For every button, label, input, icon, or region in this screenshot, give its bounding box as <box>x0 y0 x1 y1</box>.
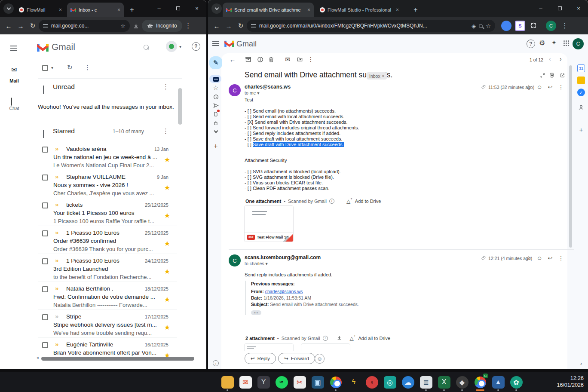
main-menu-icon[interactable] <box>211 39 220 48</box>
scroll-left-arrow-icon[interactable]: ◂ <box>37 355 39 360</box>
taskbar-item-stylus-app[interactable]: ϟ <box>345 374 363 391</box>
row-checkbox[interactable] <box>42 230 48 236</box>
recipient-row[interactable]: to me ▾ <box>245 90 259 95</box>
help-icon[interactable]: ? <box>527 40 535 48</box>
refresh-icon[interactable]: ↻ <box>67 64 73 71</box>
horizontal-scrollbar[interactable] <box>41 357 194 361</box>
sidebar-sent-icon[interactable] <box>211 101 220 109</box>
star-icon[interactable]: ★ <box>164 184 170 192</box>
extension-tag-icon[interactable] <box>501 21 511 31</box>
site-controls-icon[interactable] <box>251 24 256 28</box>
newer-icon[interactable]: ‹ <box>549 55 551 62</box>
scanned-info-icon[interactable]: i <box>323 336 328 341</box>
row-checkbox[interactable] <box>42 175 48 181</box>
info-icon[interactable]: i <box>213 360 219 366</box>
drive-icon[interactable]: △+ <box>350 335 356 341</box>
profile-avatar[interactable]: C <box>546 21 556 31</box>
email-row[interactable]: »Eugénie Tartinville16/12/2025Bilan Votr… <box>38 337 177 365</box>
taskbar-item-mail-client[interactable]: ✉ <box>236 374 254 391</box>
email-row[interactable]: »tickets25/12/2025Your ticket 1 Picasso … <box>38 198 177 226</box>
star-icon[interactable]: ★ <box>164 211 170 220</box>
taskbar-item-blender[interactable]: ◆ <box>453 374 471 391</box>
mark-unread-icon[interactable]: ✉ <box>282 54 293 65</box>
tab-inbox[interactable]: Inbox - c × <box>67 3 124 17</box>
delete-icon[interactable] <box>266 54 277 65</box>
row-checkbox[interactable] <box>42 286 48 292</box>
taskbar-item-spreadsheet-app[interactable]: X <box>435 374 453 391</box>
maximize-button[interactable] <box>168 0 187 16</box>
vertical-scrollbar[interactable] <box>569 65 572 248</box>
drive-icon[interactable]: △+ <box>346 198 352 204</box>
contacts-icon[interactable] <box>577 104 585 111</box>
attachment-thumb[interactable] <box>301 343 350 351</box>
account-caret-icon[interactable]: ▾ <box>179 44 181 49</box>
address-bar[interactable]: mail.google.com/mail/u/0/#inbox/FMfcgzQf… <box>247 20 495 32</box>
open-in-new-icon[interactable] <box>557 70 568 81</box>
sidebar-item-chat[interactable]: Chat <box>5 106 23 111</box>
avatar[interactable] <box>166 41 177 52</box>
email-row[interactable]: »Natalia Berthillon .18/12/2025Fwd: Conf… <box>38 282 177 309</box>
extensions-puzzle-icon[interactable] <box>529 21 539 31</box>
minimize-button[interactable]: – <box>150 0 168 16</box>
attachment-card[interactable]: PDF Test Flow Mail St... <box>244 205 294 242</box>
taskbar-item-screenshot-tool[interactable]: ✂ <box>291 374 309 391</box>
star-icon[interactable]: ★ <box>164 267 170 276</box>
details-caret-icon[interactable]: ▾ <box>265 261 267 266</box>
close-tab-icon[interactable]: × <box>307 7 310 13</box>
sender-avatar[interactable]: C <box>229 254 241 266</box>
forward-button[interactable]: ↪ Forward <box>278 353 315 364</box>
select-all-checkbox[interactable] <box>42 65 48 71</box>
address-bar[interactable]: mail.google.co... ☆ <box>39 20 130 32</box>
sender-avatar[interactable]: C <box>229 84 241 96</box>
email-row[interactable]: »Stephane VUILLAUME9 JanNous y sommes - … <box>38 170 177 198</box>
help-icon[interactable]: ? <box>192 42 200 51</box>
browser-menu-icon[interactable]: ⋮ <box>182 20 194 32</box>
taskbar-item-y-app[interactable]: Y <box>254 374 273 391</box>
expand-panel-icon[interactable]: › <box>577 359 585 367</box>
calendar-icon[interactable]: 31 <box>577 64 585 72</box>
sidebar-item-mail[interactable]: Mail <box>5 78 23 83</box>
message-more-icon[interactable]: ⋮ <box>557 254 565 262</box>
bookmark-star-icon[interactable]: ☆ <box>120 23 126 29</box>
taskbar-item-cloud-app[interactable]: ☁ <box>399 374 417 391</box>
close-tab-icon[interactable]: × <box>396 7 399 13</box>
taskbar-item-chrome-browser[interactable]: C <box>471 374 489 391</box>
keep-icon[interactable] <box>577 77 585 84</box>
details-caret-icon[interactable]: ▾ <box>257 90 259 95</box>
site-controls-icon[interactable] <box>43 24 48 28</box>
back-to-inbox-icon[interactable]: ← <box>227 54 238 65</box>
close-window-button[interactable]: × <box>187 0 206 16</box>
close-tab-icon[interactable]: × <box>59 7 62 13</box>
download-icon[interactable] <box>130 20 142 32</box>
back-icon[interactable]: ← <box>3 20 15 32</box>
attachment-thumb[interactable] <box>244 343 294 351</box>
report-spam-icon[interactable] <box>254 54 266 65</box>
minimize-button[interactable]: – <box>531 0 550 16</box>
get-add-ons-icon[interactable]: + <box>577 126 585 133</box>
row-checkbox[interactable] <box>42 314 48 320</box>
older-icon[interactable]: › <box>560 55 562 62</box>
email-row[interactable]: »Stripe17/12/2025Stripe webhook delivery… <box>38 309 177 337</box>
sidebar-drafts-icon[interactable] <box>211 110 220 118</box>
maximize-button[interactable] <box>550 0 569 16</box>
new-tab-button[interactable]: + <box>410 4 421 15</box>
email-row[interactable]: »1 Picasso 100 Euros24/12/20253rd Editio… <box>38 254 177 282</box>
clock-area[interactable]: 12:26 16/01/2026 <box>557 375 584 389</box>
email-row[interactable]: »1 Picasso 100 Euros25/12/2025Order #366… <box>38 226 177 254</box>
email-row[interactable]: »Vaudoise aréna13 JanUn titre national e… <box>38 142 177 170</box>
star-message-icon[interactable]: ☆ <box>524 83 533 91</box>
recipient-row[interactable]: to charles ▾ <box>245 261 268 266</box>
vertical-scrollbar[interactable] <box>178 88 182 125</box>
gemini-sparkle-icon[interactable]: ✦ <box>551 39 557 46</box>
starred-collapse-icon[interactable] <box>43 130 44 138</box>
reply-icon[interactable]: ↩ <box>546 254 554 262</box>
taskbar-item-chrome-meet[interactable] <box>327 374 345 391</box>
taskbar-item-screen-recorder[interactable]: ▣ <box>309 374 327 391</box>
print-icon[interactable] <box>546 70 557 81</box>
sidebar-more-icon[interactable] <box>211 128 220 135</box>
remove-label-icon[interactable]: × <box>382 74 384 78</box>
message-more-icon[interactable]: ⋮ <box>557 83 565 91</box>
select-caret-icon[interactable]: ▾ <box>51 65 53 70</box>
search-icon[interactable] <box>141 42 151 52</box>
tab-flowmail[interactable]: FlowMail × <box>15 3 65 17</box>
